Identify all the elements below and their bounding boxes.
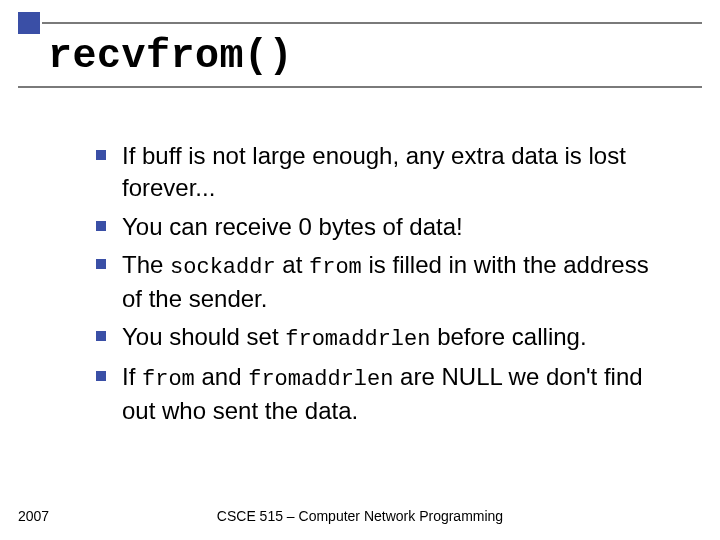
bullet-icon <box>96 150 106 160</box>
text-segment: If <box>122 363 142 390</box>
code-segment: from <box>142 367 195 392</box>
text-segment: You should set <box>122 323 285 350</box>
text-segment: If buff is not large enough, any extra d… <box>122 142 626 201</box>
slide-title: recvfrom() <box>48 34 293 79</box>
footer-course: CSCE 515 – Computer Network Programming <box>217 508 503 524</box>
list-item: If buff is not large enough, any extra d… <box>96 140 668 205</box>
accent-square <box>18 12 40 34</box>
divider-top <box>42 22 702 24</box>
text-segment: before calling. <box>430 323 586 350</box>
list-item: You should set fromaddrlen before callin… <box>96 321 668 355</box>
bullet-icon <box>96 331 106 341</box>
list-item: The sockaddr at from is filled in with t… <box>96 249 668 315</box>
text-segment: at <box>276 251 309 278</box>
bullet-text: The sockaddr at from is filled in with t… <box>122 249 668 315</box>
code-segment: fromaddrlen <box>248 367 393 392</box>
bullet-list: If buff is not large enough, any extra d… <box>96 140 668 433</box>
bullet-text: If buff is not large enough, any extra d… <box>122 140 668 205</box>
slide: recvfrom() If buff is not large enough, … <box>0 0 720 540</box>
code-segment: fromaddrlen <box>285 327 430 352</box>
bullet-icon <box>96 221 106 231</box>
footer: 2007 CSCE 515 – Computer Network Program… <box>0 508 720 524</box>
divider-bottom <box>18 86 702 88</box>
code-segment: sockaddr <box>170 255 276 280</box>
bullet-text: You should set fromaddrlen before callin… <box>122 321 587 355</box>
bullet-text: You can receive 0 bytes of data! <box>122 211 463 243</box>
title-wrap: recvfrom() <box>48 34 293 79</box>
text-segment: You can receive 0 bytes of data! <box>122 213 463 240</box>
text-segment: The <box>122 251 170 278</box>
footer-year: 2007 <box>18 508 49 524</box>
list-item: You can receive 0 bytes of data! <box>96 211 668 243</box>
list-item: If from and fromaddrlen are NULL we don'… <box>96 361 668 427</box>
bullet-icon <box>96 259 106 269</box>
code-segment: from <box>309 255 362 280</box>
bullet-icon <box>96 371 106 381</box>
text-segment: and <box>195 363 248 390</box>
bullet-text: If from and fromaddrlen are NULL we don'… <box>122 361 668 427</box>
